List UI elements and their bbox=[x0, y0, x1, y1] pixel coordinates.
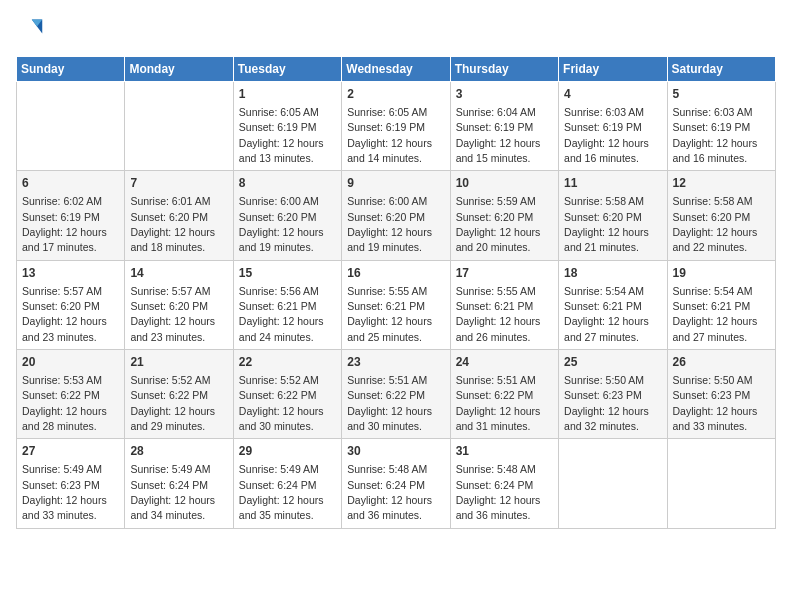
day-number: 25 bbox=[564, 354, 661, 371]
day-info: Sunrise: 5:48 AM Sunset: 6:24 PM Dayligh… bbox=[347, 463, 432, 521]
calendar-cell: 13Sunrise: 5:57 AM Sunset: 6:20 PM Dayli… bbox=[17, 260, 125, 349]
calendar-cell: 22Sunrise: 5:52 AM Sunset: 6:22 PM Dayli… bbox=[233, 350, 341, 439]
day-info: Sunrise: 6:00 AM Sunset: 6:20 PM Dayligh… bbox=[239, 195, 324, 253]
calendar-week-row: 6Sunrise: 6:02 AM Sunset: 6:19 PM Daylig… bbox=[17, 171, 776, 260]
day-number: 9 bbox=[347, 175, 444, 192]
calendar-cell: 20Sunrise: 5:53 AM Sunset: 6:22 PM Dayli… bbox=[17, 350, 125, 439]
day-info: Sunrise: 5:50 AM Sunset: 6:23 PM Dayligh… bbox=[564, 374, 649, 432]
calendar-cell: 4Sunrise: 6:03 AM Sunset: 6:19 PM Daylig… bbox=[559, 82, 667, 171]
day-info: Sunrise: 5:49 AM Sunset: 6:24 PM Dayligh… bbox=[239, 463, 324, 521]
calendar-week-row: 1Sunrise: 6:05 AM Sunset: 6:19 PM Daylig… bbox=[17, 82, 776, 171]
calendar-cell: 11Sunrise: 5:58 AM Sunset: 6:20 PM Dayli… bbox=[559, 171, 667, 260]
day-info: Sunrise: 5:52 AM Sunset: 6:22 PM Dayligh… bbox=[239, 374, 324, 432]
day-number: 16 bbox=[347, 265, 444, 282]
day-number: 10 bbox=[456, 175, 553, 192]
calendar-cell: 6Sunrise: 6:02 AM Sunset: 6:19 PM Daylig… bbox=[17, 171, 125, 260]
day-info: Sunrise: 5:55 AM Sunset: 6:21 PM Dayligh… bbox=[347, 285, 432, 343]
day-info: Sunrise: 6:02 AM Sunset: 6:19 PM Dayligh… bbox=[22, 195, 107, 253]
calendar-cell: 18Sunrise: 5:54 AM Sunset: 6:21 PM Dayli… bbox=[559, 260, 667, 349]
calendar-cell: 1Sunrise: 6:05 AM Sunset: 6:19 PM Daylig… bbox=[233, 82, 341, 171]
day-info: Sunrise: 6:03 AM Sunset: 6:19 PM Dayligh… bbox=[673, 106, 758, 164]
day-info: Sunrise: 5:55 AM Sunset: 6:21 PM Dayligh… bbox=[456, 285, 541, 343]
day-number: 26 bbox=[673, 354, 770, 371]
day-number: 31 bbox=[456, 443, 553, 460]
day-info: Sunrise: 5:48 AM Sunset: 6:24 PM Dayligh… bbox=[456, 463, 541, 521]
day-number: 21 bbox=[130, 354, 227, 371]
day-info: Sunrise: 5:54 AM Sunset: 6:21 PM Dayligh… bbox=[673, 285, 758, 343]
day-info: Sunrise: 5:51 AM Sunset: 6:22 PM Dayligh… bbox=[347, 374, 432, 432]
calendar-cell: 10Sunrise: 5:59 AM Sunset: 6:20 PM Dayli… bbox=[450, 171, 558, 260]
calendar-cell: 8Sunrise: 6:00 AM Sunset: 6:20 PM Daylig… bbox=[233, 171, 341, 260]
calendar-cell: 7Sunrise: 6:01 AM Sunset: 6:20 PM Daylig… bbox=[125, 171, 233, 260]
weekday-header-row: SundayMondayTuesdayWednesdayThursdayFrid… bbox=[17, 57, 776, 82]
day-number: 5 bbox=[673, 86, 770, 103]
calendar-cell bbox=[125, 82, 233, 171]
day-info: Sunrise: 6:01 AM Sunset: 6:20 PM Dayligh… bbox=[130, 195, 215, 253]
day-info: Sunrise: 5:51 AM Sunset: 6:22 PM Dayligh… bbox=[456, 374, 541, 432]
day-number: 28 bbox=[130, 443, 227, 460]
weekday-header: Saturday bbox=[667, 57, 775, 82]
calendar-week-row: 27Sunrise: 5:49 AM Sunset: 6:23 PM Dayli… bbox=[17, 439, 776, 528]
day-info: Sunrise: 5:52 AM Sunset: 6:22 PM Dayligh… bbox=[130, 374, 215, 432]
day-info: Sunrise: 5:57 AM Sunset: 6:20 PM Dayligh… bbox=[130, 285, 215, 343]
day-info: Sunrise: 6:00 AM Sunset: 6:20 PM Dayligh… bbox=[347, 195, 432, 253]
calendar-cell: 21Sunrise: 5:52 AM Sunset: 6:22 PM Dayli… bbox=[125, 350, 233, 439]
day-number: 12 bbox=[673, 175, 770, 192]
page-header bbox=[16, 16, 776, 44]
logo-icon bbox=[16, 16, 44, 44]
day-info: Sunrise: 5:58 AM Sunset: 6:20 PM Dayligh… bbox=[673, 195, 758, 253]
day-info: Sunrise: 5:50 AM Sunset: 6:23 PM Dayligh… bbox=[673, 374, 758, 432]
day-number: 4 bbox=[564, 86, 661, 103]
day-info: Sunrise: 5:57 AM Sunset: 6:20 PM Dayligh… bbox=[22, 285, 107, 343]
calendar-cell: 15Sunrise: 5:56 AM Sunset: 6:21 PM Dayli… bbox=[233, 260, 341, 349]
calendar-cell: 5Sunrise: 6:03 AM Sunset: 6:19 PM Daylig… bbox=[667, 82, 775, 171]
calendar-cell: 12Sunrise: 5:58 AM Sunset: 6:20 PM Dayli… bbox=[667, 171, 775, 260]
calendar-cell: 14Sunrise: 5:57 AM Sunset: 6:20 PM Dayli… bbox=[125, 260, 233, 349]
day-number: 14 bbox=[130, 265, 227, 282]
day-number: 17 bbox=[456, 265, 553, 282]
calendar-week-row: 13Sunrise: 5:57 AM Sunset: 6:20 PM Dayli… bbox=[17, 260, 776, 349]
day-info: Sunrise: 6:05 AM Sunset: 6:19 PM Dayligh… bbox=[239, 106, 324, 164]
day-number: 3 bbox=[456, 86, 553, 103]
calendar-cell: 17Sunrise: 5:55 AM Sunset: 6:21 PM Dayli… bbox=[450, 260, 558, 349]
calendar-cell: 30Sunrise: 5:48 AM Sunset: 6:24 PM Dayli… bbox=[342, 439, 450, 528]
day-info: Sunrise: 5:58 AM Sunset: 6:20 PM Dayligh… bbox=[564, 195, 649, 253]
calendar-cell: 23Sunrise: 5:51 AM Sunset: 6:22 PM Dayli… bbox=[342, 350, 450, 439]
calendar-cell bbox=[559, 439, 667, 528]
day-number: 15 bbox=[239, 265, 336, 282]
calendar-cell: 2Sunrise: 6:05 AM Sunset: 6:19 PM Daylig… bbox=[342, 82, 450, 171]
calendar-cell bbox=[667, 439, 775, 528]
weekday-header: Sunday bbox=[17, 57, 125, 82]
calendar-cell: 31Sunrise: 5:48 AM Sunset: 6:24 PM Dayli… bbox=[450, 439, 558, 528]
day-number: 6 bbox=[22, 175, 119, 192]
calendar-cell: 29Sunrise: 5:49 AM Sunset: 6:24 PM Dayli… bbox=[233, 439, 341, 528]
day-info: Sunrise: 6:04 AM Sunset: 6:19 PM Dayligh… bbox=[456, 106, 541, 164]
day-number: 7 bbox=[130, 175, 227, 192]
calendar-cell: 3Sunrise: 6:04 AM Sunset: 6:19 PM Daylig… bbox=[450, 82, 558, 171]
day-info: Sunrise: 6:03 AM Sunset: 6:19 PM Dayligh… bbox=[564, 106, 649, 164]
calendar-cell: 27Sunrise: 5:49 AM Sunset: 6:23 PM Dayli… bbox=[17, 439, 125, 528]
day-number: 27 bbox=[22, 443, 119, 460]
day-number: 20 bbox=[22, 354, 119, 371]
weekday-header: Monday bbox=[125, 57, 233, 82]
weekday-header: Thursday bbox=[450, 57, 558, 82]
day-number: 30 bbox=[347, 443, 444, 460]
day-number: 23 bbox=[347, 354, 444, 371]
day-number: 24 bbox=[456, 354, 553, 371]
calendar-cell: 26Sunrise: 5:50 AM Sunset: 6:23 PM Dayli… bbox=[667, 350, 775, 439]
weekday-header: Tuesday bbox=[233, 57, 341, 82]
logo bbox=[16, 16, 48, 44]
day-number: 1 bbox=[239, 86, 336, 103]
calendar-cell: 25Sunrise: 5:50 AM Sunset: 6:23 PM Dayli… bbox=[559, 350, 667, 439]
calendar-week-row: 20Sunrise: 5:53 AM Sunset: 6:22 PM Dayli… bbox=[17, 350, 776, 439]
calendar-cell: 19Sunrise: 5:54 AM Sunset: 6:21 PM Dayli… bbox=[667, 260, 775, 349]
day-info: Sunrise: 5:53 AM Sunset: 6:22 PM Dayligh… bbox=[22, 374, 107, 432]
calendar-cell: 24Sunrise: 5:51 AM Sunset: 6:22 PM Dayli… bbox=[450, 350, 558, 439]
day-number: 2 bbox=[347, 86, 444, 103]
day-info: Sunrise: 5:54 AM Sunset: 6:21 PM Dayligh… bbox=[564, 285, 649, 343]
day-number: 8 bbox=[239, 175, 336, 192]
calendar-cell bbox=[17, 82, 125, 171]
day-info: Sunrise: 5:49 AM Sunset: 6:24 PM Dayligh… bbox=[130, 463, 215, 521]
day-number: 11 bbox=[564, 175, 661, 192]
weekday-header: Wednesday bbox=[342, 57, 450, 82]
